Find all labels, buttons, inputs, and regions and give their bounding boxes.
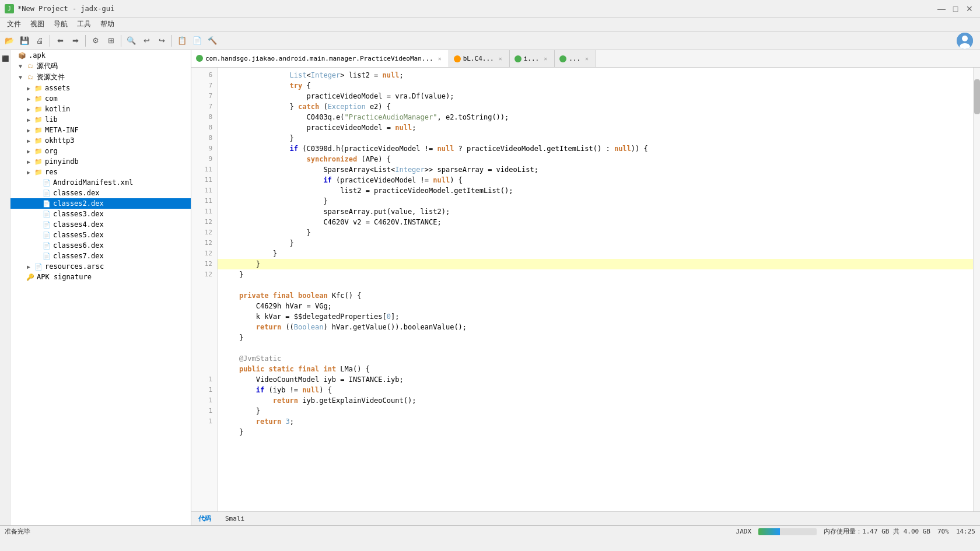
line-number [191, 280, 217, 290]
tab-icon [196, 55, 203, 62]
sidebar-item-classes5-dex[interactable]: 📄 classes5.dex [10, 230, 191, 240]
toolbar-search[interactable]: 🔍 [124, 34, 138, 48]
sidebar-item-----[interactable]: ▼ 🗂 资源文件 [10, 72, 191, 83]
bottom-tab-Smali[interactable]: Smali [223, 514, 247, 524]
tree-arrow: ▼ [19, 74, 26, 80]
tree-icon: 📄 [42, 251, 51, 261]
line-number: 12 [191, 248, 217, 259]
tab-tab3[interactable]: i... ✕ [510, 50, 555, 68]
toolbar-settings[interactable]: ⚙ [89, 34, 103, 48]
sidebar-item-AndroidManifest-xml[interactable]: 📄 AndroidManifest.xml [10, 177, 191, 188]
tree-label: kotlin [45, 105, 70, 113]
toolbar-redo[interactable]: ↪ [155, 34, 169, 48]
toolbar-grid[interactable]: ⊞ [104, 34, 118, 48]
tab-tab2[interactable]: bL.C4... ✕ [449, 50, 510, 68]
menu-item-工具[interactable]: 工具 [72, 18, 96, 30]
sidebar-item-res[interactable]: ▶ 📁 res [10, 167, 191, 177]
sidebar-item-classes6-dex[interactable]: 📄 classes6.dex [10, 240, 191, 251]
toolbar-undo[interactable]: ↩ [139, 34, 153, 48]
toolbar-save[interactable]: 💾 [18, 34, 32, 48]
sidebar-item-classes2-dex[interactable]: 📄 classes2.dex [10, 198, 191, 209]
tab-label: bL.C4... [463, 55, 494, 62]
close-button[interactable]: ✕ [964, 3, 975, 15]
tree-arrow: ▶ [27, 85, 34, 92]
code-line: synchronized (APe) { [218, 154, 973, 164]
code-content[interactable]: List<Integer> list2 = null; try { practi… [218, 68, 973, 511]
tab-tab1[interactable]: com.handsgo.jiakao.android.main.manager.… [191, 50, 449, 68]
tree-icon: 📄 [34, 262, 43, 271]
tab-close-button[interactable]: ✕ [583, 55, 591, 63]
menu-item-导航[interactable]: 导航 [49, 18, 72, 30]
sidebar-item-lib[interactable]: ▶ 📁 lib [10, 114, 191, 125]
line-number: 1 [191, 385, 217, 395]
tree-icon: 📁 [34, 146, 43, 156]
toolbar-forward[interactable]: ➡ [68, 34, 82, 48]
tab-close-button[interactable]: ✕ [436, 54, 444, 62]
sidebar-item-classes4-dex[interactable]: 📄 classes4.dex [10, 219, 191, 230]
sidebar-item-okhttp3[interactable]: ▶ 📁 okhttp3 [10, 135, 191, 146]
line-number [191, 343, 217, 353]
code-line: } catch (Exception e2) { [218, 101, 973, 112]
toolbar-build[interactable]: 🔨 [205, 34, 219, 48]
toolbar-back[interactable]: ⬅ [53, 34, 67, 48]
toolbar-copy[interactable]: 📋 [175, 34, 189, 48]
code-line: C4629h hVar = VGg; [218, 301, 973, 311]
tree-arrow: ▶ [27, 96, 34, 102]
toolbar-paste[interactable]: 📄 [190, 34, 204, 48]
code-line: k kVar = $$delegatedProperties[0]; [218, 311, 973, 322]
tree-label: resources.arsc [45, 262, 104, 271]
menu-item-帮助[interactable]: 帮助 [96, 18, 119, 30]
sidebar-item-org[interactable]: ▶ 📁 org [10, 146, 191, 156]
tree-icon: 📁 [34, 157, 43, 166]
line-number: 8 [191, 133, 217, 143]
tree-label: pinyindb [45, 157, 79, 166]
editor-scrollbar[interactable] [973, 68, 980, 511]
line-number: 1 [191, 416, 217, 427]
line-number: 12 [191, 269, 217, 280]
code-line [218, 280, 973, 290]
code-line: public static final int LMa() { [218, 364, 973, 374]
tree-icon: 🗂 [26, 62, 35, 71]
bottom-tab-代码[interactable]: 代码 [196, 513, 214, 524]
sidebar-item-pinyindb[interactable]: ▶ 📁 pinyindb [10, 156, 191, 167]
menu-item-视图[interactable]: 视图 [26, 18, 49, 30]
sidebar-item-META-INF[interactable]: ▶ 📁 META-INF [10, 125, 191, 135]
code-line [218, 343, 973, 353]
clock: 14:25 [956, 528, 975, 535]
code-line: if (practiceVideoModel != null) { [218, 175, 973, 185]
sidebar-item-classes7-dex[interactable]: 📄 classes7.dex [10, 251, 191, 261]
code-line: C4620V v2 = C4620V.INSTANCE; [218, 217, 973, 227]
tree-icon: 📁 [34, 104, 43, 114]
toolbar: 📂 💾 🖨 ⬅ ➡ ⚙ ⊞ 🔍 ↩ ↪ 📋 📄 🔨 [0, 31, 980, 50]
maximize-button[interactable]: □ [950, 3, 961, 15]
line-number [191, 322, 217, 332]
sidebar-item-kotlin[interactable]: ▶ 📁 kotlin [10, 104, 191, 114]
jadx-label: JADX [736, 528, 752, 535]
sidebar-item----[interactable]: ▼ 🗂 源代码 [10, 61, 191, 72]
tree-label: classes7.dex [53, 252, 104, 260]
code-container[interactable]: 677788899111111111112121212121211111 Lis… [191, 68, 973, 511]
toolbar-print[interactable]: 🖨 [33, 34, 47, 48]
tree-arrow: ▶ [27, 169, 34, 176]
toolbar-open[interactable]: 📂 [2, 34, 16, 48]
tree-label: 源代码 [37, 61, 58, 71]
line-number [191, 290, 217, 301]
code-line: return ((Boolean) hVar.getValue()).boole… [218, 322, 973, 332]
tree-arrow: ▼ [19, 63, 26, 69]
tree-arrow: ▶ [27, 148, 34, 155]
sidebar-item-classes-dex[interactable]: 📄 classes.dex [10, 188, 191, 198]
tab-close-button[interactable]: ✕ [496, 55, 505, 63]
tree-label: .apk [29, 51, 46, 59]
sidebar-item-classes3-dex[interactable]: 📄 classes3.dex [10, 209, 191, 219]
line-number: 7 [191, 91, 217, 101]
sidebar-item-assets[interactable]: ▶ 📁 assets [10, 83, 191, 93]
tab-close-button[interactable]: ✕ [541, 55, 550, 63]
tab-tab4[interactable]: ... ✕ [555, 50, 596, 68]
sidebar-item--apk[interactable]: 📦 .apk [10, 50, 191, 61]
sidebar-item-resources-arsc[interactable]: ▶ 📄 resources.arsc [10, 261, 191, 272]
minimize-button[interactable]: — [936, 3, 947, 15]
sidebar-item-APK-signature[interactable]: 🔑 APK signature [10, 272, 191, 282]
sidebar-item-com[interactable]: ▶ 📁 com [10, 93, 191, 104]
line-number: 11 [191, 164, 217, 175]
menu-item-文件[interactable]: 文件 [2, 18, 26, 30]
